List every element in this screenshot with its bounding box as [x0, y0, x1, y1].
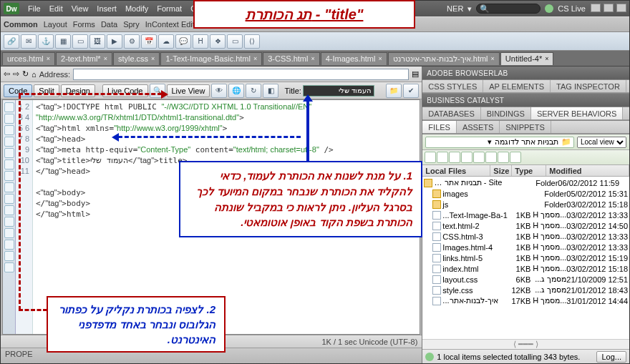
tab-files[interactable]: FILES	[422, 121, 457, 133]
connect-icon[interactable]	[425, 152, 436, 163]
put-icon[interactable]	[461, 152, 472, 163]
wrap-icon[interactable]	[4, 240, 14, 250]
file-row[interactable]: 3-CSS.html1KB...מסמך H03/02/2012 13:33	[424, 231, 628, 242]
document-tab[interactable]: Untitled-4*×	[500, 52, 554, 65]
tab-assets[interactable]: ASSETS	[457, 121, 500, 133]
nav-icon[interactable]: ◧	[263, 84, 278, 98]
browser-preview-icon[interactable]: 🌐	[228, 84, 244, 98]
file-row[interactable]: style.css12KBמסמך ג...21/01/2012 18:43	[424, 285, 628, 295]
file-row[interactable]: איך-לבנות-אתר...17KB...מסמך H31/01/2012 …	[424, 295, 628, 306]
nav-back-icon[interactable]: ⇦	[4, 69, 10, 79]
workspace-dropdown-icon[interactable]: ▾	[467, 4, 472, 14]
tool-tag-icon[interactable]: ⟨⟩	[244, 34, 260, 49]
validate-icon[interactable]: ✔	[403, 84, 419, 98]
tool-media-icon[interactable]: ▶	[107, 34, 122, 49]
folder-row[interactable]: Site - תבניות אתר ל...Folder06/02/2012 1…	[424, 177, 628, 188]
cat-common[interactable]: Common	[4, 20, 38, 29]
collapse-icon[interactable]	[4, 114, 14, 124]
menu-insert[interactable]: Insert	[97, 4, 117, 13]
select-parent-icon[interactable]	[4, 137, 14, 147]
document-tab[interactable]: urces.html×	[2, 52, 55, 65]
nav-fwd-icon[interactable]: ⇨	[13, 69, 19, 79]
menu-file[interactable]: File	[28, 4, 41, 13]
tab-css-styles[interactable]: CSS STYLES	[422, 80, 483, 92]
address-go-icon[interactable]: ▤	[412, 69, 419, 79]
inspect-mode-icon[interactable]: 👁	[211, 84, 227, 98]
tab-tag-inspector[interactable]: TAG INSPECTOR	[551, 80, 626, 92]
expand-icon[interactable]	[4, 125, 14, 135]
tool-image-icon[interactable]: 🖼	[89, 34, 105, 49]
file-tree[interactable]: Site - תבניות אתר ל...Folder06/02/2012 1…	[422, 177, 629, 339]
tab-bindings[interactable]: BINDINGS	[481, 107, 531, 119]
file-mgmt-icon[interactable]: 📁	[386, 84, 402, 98]
col-size[interactable]: Size	[490, 165, 512, 176]
document-tab[interactable]: 1-Text-Image-Basic.html×	[160, 52, 262, 65]
tool-head-icon[interactable]: H	[193, 34, 208, 49]
workspace-label[interactable]: NER	[447, 4, 463, 13]
file-row[interactable]: 2-text.html1KB...מסמך H03/02/2012 14:50	[424, 220, 628, 231]
panel-bizcat[interactable]: BUSINESS CATALYST	[422, 94, 629, 107]
maximize-button[interactable]	[604, 4, 614, 12]
search-field[interactable]: 🔍	[476, 4, 541, 14]
document-tab[interactable]: איך-לבנות-אתר-אינטרנט.html×	[388, 52, 500, 65]
site-selector[interactable]: 📁 תבניות אתר לדוגמה ▾	[425, 137, 574, 148]
view-selector[interactable]: Local view	[577, 137, 626, 148]
tool-widget-icon[interactable]: ⚙	[124, 34, 140, 49]
h-scrollbar[interactable]: ⟨ ━━━ ⟩	[422, 339, 629, 349]
menu-view[interactable]: View	[72, 4, 89, 13]
balance-icon[interactable]	[4, 148, 14, 158]
refresh-icon[interactable]: ↻	[246, 84, 261, 98]
open-docs-icon[interactable]	[4, 102, 14, 112]
highlight-icon[interactable]	[4, 171, 14, 181]
file-row[interactable]: 1-Text-Image-Ba...1KB...מסמך H03/02/2012…	[424, 210, 628, 220]
panel-browserlab[interactable]: ADOBE BROWSERLAB	[422, 67, 629, 79]
menu-modify[interactable]: Modify	[125, 4, 148, 13]
tool-date-icon[interactable]: 📅	[141, 34, 157, 49]
get-icon[interactable]	[449, 152, 460, 163]
sync-icon[interactable]	[498, 152, 509, 163]
syntax-icon[interactable]	[4, 182, 14, 192]
tool-div-icon[interactable]: ▭	[72, 34, 88, 49]
close-tab-icon[interactable]: ×	[104, 55, 107, 62]
nav-refresh-icon[interactable]: ↻	[22, 69, 29, 79]
cat-spry[interactable]: Spry	[123, 20, 140, 29]
refresh-files-icon[interactable]	[437, 152, 448, 163]
tool-table-icon[interactable]: ▦	[55, 34, 71, 49]
tool-server-icon[interactable]: ☁	[158, 34, 174, 49]
line-num-icon[interactable]	[4, 159, 14, 169]
folder-row[interactable]: jsFolder03/02/2012 15:18	[424, 199, 628, 210]
close-tab-icon[interactable]: ×	[378, 55, 382, 62]
close-tab-icon[interactable]: ×	[47, 55, 50, 62]
indent-icon[interactable]	[4, 194, 14, 204]
tab-server-behaviors[interactable]: SERVER BEHAVIORS	[531, 107, 623, 119]
cat-forms[interactable]: Forms	[73, 20, 95, 29]
document-tab[interactable]: 3-CSS.html×	[263, 52, 320, 65]
col-type[interactable]: Type	[512, 165, 546, 176]
nav-home-icon[interactable]: ⌂	[32, 70, 37, 79]
live-view-button[interactable]: Live View	[167, 84, 210, 97]
close-tab-icon[interactable]: ×	[311, 55, 314, 62]
format-icon[interactable]	[4, 217, 14, 227]
cslive-button[interactable]: CS Live	[558, 4, 586, 13]
checkin-icon[interactable]	[485, 152, 497, 163]
tool-hyperlink-icon[interactable]: 🔗	[4, 34, 19, 49]
file-row[interactable]: layout.css6KBמסמך ג...21/10/2009 12:51	[424, 274, 628, 285]
close-tab-icon[interactable]: ×	[253, 55, 257, 62]
close-button[interactable]	[616, 4, 626, 12]
file-row[interactable]: index.html1KB...מסמך H03/02/2012 15:18	[424, 263, 628, 274]
comment-icon[interactable]	[4, 228, 14, 238]
move-icon[interactable]	[4, 262, 14, 272]
document-tab[interactable]: 2-text.html*×	[56, 52, 112, 65]
tool-comment-icon[interactable]: 💬	[175, 34, 191, 49]
document-tab[interactable]: style.css×	[113, 52, 160, 65]
cat-layout[interactable]: Layout	[44, 20, 67, 29]
tool-script-icon[interactable]: ❖	[210, 34, 226, 49]
minimize-button[interactable]	[591, 4, 601, 12]
log-button[interactable]: Log...	[596, 351, 626, 363]
outdent-icon[interactable]	[4, 205, 14, 215]
cat-data[interactable]: Data	[101, 20, 117, 29]
address-input[interactable]	[73, 69, 409, 80]
col-modified[interactable]: Modified	[546, 165, 629, 176]
tab-ap-elements[interactable]: AP ELEMENTS	[483, 80, 551, 92]
recent-icon[interactable]	[4, 251, 14, 261]
